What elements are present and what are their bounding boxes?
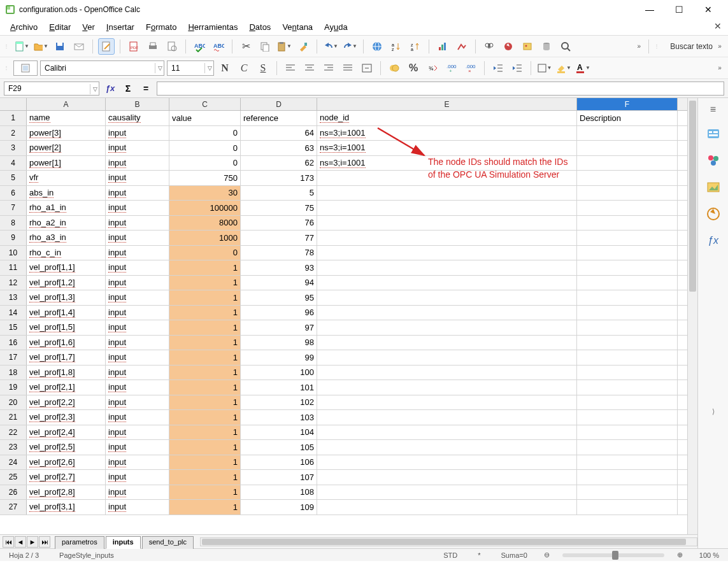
zoom-slider[interactable]: [562, 553, 664, 557]
decrease-indent-icon[interactable]: [490, 60, 506, 76]
export-pdf-icon[interactable]: PDF: [125, 38, 142, 55]
cell[interactable]: 105: [241, 440, 317, 455]
cell[interactable]: [317, 246, 577, 260]
col-header-C[interactable]: C: [169, 98, 241, 110]
cell[interactable]: name: [27, 111, 106, 125]
cell[interactable]: 95: [241, 290, 317, 305]
data-sources-icon[interactable]: [538, 38, 555, 55]
font-color-icon[interactable]: A▼: [575, 60, 591, 76]
cell[interactable]: 96: [241, 306, 317, 320]
currency-icon[interactable]: [386, 60, 403, 76]
close-document-button[interactable]: ✕: [714, 21, 722, 31]
row-header[interactable]: 14: [0, 306, 27, 320]
status-sum[interactable]: Suma=0: [497, 551, 531, 559]
cell[interactable]: 1000: [169, 231, 241, 245]
cell[interactable]: input: [106, 156, 169, 171]
cell[interactable]: [317, 260, 577, 275]
sidebar-navigator-icon[interactable]: [704, 205, 722, 223]
row-header[interactable]: 26: [0, 485, 27, 500]
cell[interactable]: 108: [241, 485, 317, 500]
row-header[interactable]: 12: [0, 276, 27, 290]
col-header-A[interactable]: A: [27, 98, 106, 110]
save-icon[interactable]: [52, 38, 68, 55]
italic-icon[interactable]: C: [236, 60, 252, 76]
cell[interactable]: [577, 455, 678, 470]
cell[interactable]: vel_prof[2,6]: [27, 455, 106, 470]
cell[interactable]: 0: [169, 246, 241, 260]
menu-insertar[interactable]: Insertar: [101, 20, 139, 34]
cell[interactable]: input: [106, 350, 169, 365]
cell[interactable]: 1: [169, 470, 241, 485]
cell[interactable]: 100: [241, 366, 317, 380]
cell[interactable]: [577, 425, 678, 440]
col-header-B[interactable]: B: [106, 98, 169, 110]
cell[interactable]: 77: [241, 231, 317, 245]
cell[interactable]: [317, 306, 577, 320]
cell[interactable]: 1: [169, 366, 241, 380]
auto-spellcheck-icon[interactable]: ABC: [210, 38, 227, 55]
cell[interactable]: 1: [169, 395, 241, 410]
bold-icon[interactable]: N: [217, 60, 233, 76]
menu-datos[interactable]: Datos: [244, 20, 276, 34]
row-header[interactable]: 2: [0, 126, 27, 141]
cell[interactable]: 0: [169, 126, 241, 141]
align-right-icon[interactable]: [320, 60, 337, 76]
row-header[interactable]: 27: [0, 500, 27, 515]
cell[interactable]: 8000: [169, 216, 241, 231]
row-header[interactable]: 22: [0, 425, 27, 440]
cell[interactable]: vel_prof[1,6]: [27, 336, 106, 350]
formatting-toolbar-overflow-icon[interactable]: »: [715, 60, 724, 76]
cell[interactable]: [317, 171, 577, 185]
maximize-button[interactable]: ☐: [664, 0, 694, 19]
cell[interactable]: 64: [241, 126, 317, 141]
row-header[interactable]: 18: [0, 366, 27, 380]
cell[interactable]: 1: [169, 455, 241, 470]
new-document-icon[interactable]: ▼: [13, 38, 30, 55]
cell[interactable]: [577, 320, 678, 335]
horizontal-scrollbar[interactable]: [200, 537, 697, 546]
cell[interactable]: 76: [241, 216, 317, 231]
cell[interactable]: [577, 156, 678, 171]
cell[interactable]: 1: [169, 440, 241, 455]
cell[interactable]: input: [106, 171, 169, 185]
menu-ver[interactable]: Ver: [77, 20, 100, 34]
increase-indent-icon[interactable]: [509, 60, 525, 76]
cell[interactable]: vel_prof[2,1]: [27, 380, 106, 395]
spellcheck-icon[interactable]: ABC: [191, 38, 208, 55]
cell[interactable]: vel_prof[1,7]: [27, 350, 106, 365]
close-button[interactable]: ✕: [694, 0, 723, 19]
redo-icon[interactable]: ▼: [341, 38, 358, 55]
status-zoom[interactable]: 100 %: [696, 551, 723, 559]
row-header[interactable]: 24: [0, 455, 27, 470]
toolbar-handle[interactable]: ⋮: [4, 43, 9, 49]
row-header[interactable]: 21: [0, 410, 27, 425]
sort-desc-icon[interactable]: za: [407, 38, 424, 55]
delete-decimal-icon[interactable]: .000×: [462, 60, 479, 76]
paste-icon[interactable]: ▼: [276, 38, 292, 55]
cell[interactable]: vel_prof[1,1]: [27, 260, 106, 275]
col-header-E[interactable]: E: [317, 98, 577, 110]
cell[interactable]: vel_prof[1,3]: [27, 290, 106, 305]
align-left-icon[interactable]: [282, 60, 299, 76]
cell[interactable]: [577, 141, 678, 155]
cell[interactable]: input: [106, 336, 169, 350]
cell[interactable]: input: [106, 306, 169, 320]
toolbar-overflow-icon[interactable]: »: [634, 38, 643, 55]
cell[interactable]: input: [106, 186, 169, 201]
apply-style-combo[interactable]: [13, 60, 38, 76]
cell[interactable]: 1: [169, 425, 241, 440]
tab-first-icon[interactable]: ⏮: [3, 536, 14, 548]
format-paintbrush-icon[interactable]: [295, 38, 311, 55]
cell[interactable]: [577, 216, 678, 231]
toolbar-handle-2[interactable]: ⋮: [4, 65, 9, 71]
cell[interactable]: causality: [106, 111, 169, 125]
cell[interactable]: 75: [241, 201, 317, 215]
tab-last-icon[interactable]: ⏭: [39, 536, 50, 548]
cell[interactable]: input: [106, 276, 169, 290]
copy-icon[interactable]: [257, 38, 273, 55]
cut-icon[interactable]: ✂: [238, 38, 254, 55]
cell[interactable]: 109: [241, 500, 317, 515]
merge-cells-icon[interactable]: [359, 60, 375, 76]
menu-ayuda[interactable]: Ayuda: [319, 20, 353, 34]
cell[interactable]: vel_prof[2,7]: [27, 470, 106, 485]
